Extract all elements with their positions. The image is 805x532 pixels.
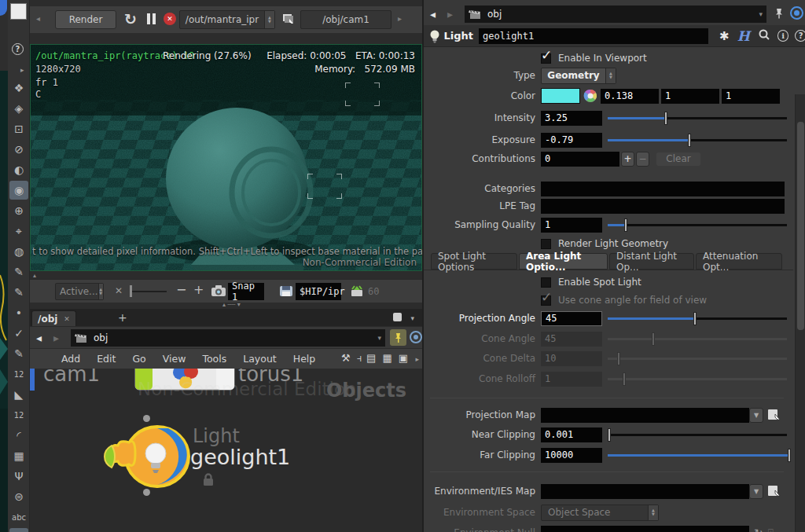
zoom-out-icon[interactable]: − [176, 282, 186, 297]
tab-distant-light-op[interactable]: Distant Light Op... [609, 253, 694, 270]
path-dropdown-icon[interactable]: ▾ [377, 334, 381, 342]
shade-mode-icon[interactable]: ◐ [9, 160, 28, 179]
network-tab-obj[interactable]: /obj ✕ [31, 310, 76, 326]
far-clipping-slider[interactable] [608, 448, 790, 463]
intensity-slider[interactable] [608, 111, 790, 126]
reselect-node-icon[interactable]: ↻ [754, 526, 763, 532]
render-light-geometry-checkbox[interactable] [541, 239, 551, 249]
contributions-clear-button[interactable]: Clear [656, 152, 701, 167]
sampling-quality-field[interactable]: 1 [541, 218, 602, 233]
twelve-a-icon[interactable]: 12 [9, 365, 28, 383]
color-g-field[interactable]: 1 [661, 89, 719, 104]
prev-render-icon[interactable]: ◂ [36, 14, 40, 23]
point-icon[interactable]: • [9, 303, 28, 322]
new-tab-icon[interactable]: + [118, 311, 127, 324]
network-canvas[interactable]: cam1 torus1 Non-Commercial Edition Objec… [30, 369, 422, 532]
list-view-icon[interactable]: ▤ [366, 352, 376, 365]
active-snapshot-select[interactable]: Active...▲▼ [55, 283, 104, 300]
tab-close-icon[interactable]: ✕ [64, 315, 70, 323]
lpe-tag-field[interactable] [541, 199, 785, 214]
render-button[interactable]: Render [55, 10, 116, 29]
snapshot-blend-slider[interactable] [130, 291, 167, 292]
help-icon[interactable]: ? [12, 43, 24, 55]
back-icon[interactable]: ◂ [36, 332, 42, 344]
light-node-input-connector[interactable] [143, 415, 150, 422]
info-icon[interactable]: i [777, 30, 789, 42]
snapshot-frames-field[interactable]: 60 [368, 286, 379, 297]
pause-icon[interactable] [147, 13, 156, 27]
color-swatch-white[interactable] [10, 3, 27, 20]
twelve-b-icon[interactable]: 12 [9, 405, 28, 424]
copy-view-icon[interactable] [281, 12, 296, 28]
menu-add[interactable]: Add [61, 353, 80, 365]
environment-map-dropdown-icon[interactable]: ▼ [749, 484, 763, 499]
stamp-icon[interactable]: ◣ [9, 385, 28, 404]
hide-light-icon[interactable]: ⊘ [9, 140, 28, 159]
target-light-icon[interactable]: ⌖ [9, 222, 28, 240]
tab-area-light-optio[interactable]: Area Light Optio... [519, 253, 608, 270]
file-chooser-icon[interactable] [766, 484, 782, 498]
path-dropdown-icon[interactable]: ▾ [759, 10, 763, 18]
tools-wrench-icon[interactable]: ⚒ [341, 352, 351, 365]
follow-selection-icon[interactable] [410, 331, 422, 343]
tab-attenuation-opt[interactable]: Attenuation Opt... [696, 253, 782, 270]
select-geometry-icon[interactable]: ◈ [9, 99, 28, 118]
tab-spot-light-options[interactable]: Spot Light Options [431, 253, 517, 270]
gear-menu-icon[interactable]: ✱ [719, 29, 730, 43]
categories-field[interactable] [541, 182, 785, 196]
exposure-field[interactable]: -0.79 [541, 133, 602, 148]
forward-icon[interactable]: ▸ [447, 8, 453, 20]
houdini-handle-icon[interactable]: H [737, 28, 750, 44]
contributions-remove-button[interactable]: − [636, 152, 649, 167]
toolbar-expand-icon[interactable]: ▸ [20, 66, 24, 74]
load-snapshot-icon[interactable] [349, 284, 365, 300]
color-wheel-icon[interactable] [583, 88, 598, 104]
contributions-add-button[interactable]: + [621, 152, 634, 167]
node-chooser-icon[interactable]: ⍗ [768, 527, 774, 532]
fan-icon[interactable]: Ψ [9, 467, 28, 486]
lock-icon[interactable]: ⊡ [9, 119, 28, 138]
snapshot-name-field[interactable]: Snap 1 [228, 283, 264, 300]
render-driver-select[interactable]: /out/mantra_ipr ▲▼ [179, 10, 275, 29]
light-node-name-label[interactable]: geolight1 [190, 445, 290, 469]
detail-view-icon[interactable]: ▣ [399, 352, 408, 365]
intensity-field[interactable]: 3.25 [541, 111, 602, 126]
pane-splitter-handle[interactable]: ▴ ┄┄ ▾ [222, 301, 241, 308]
params-scrollbar[interactable] [795, 94, 805, 532]
zoom-in-icon[interactable]: + [193, 282, 204, 297]
stop-render-icon[interactable]: ✕ [164, 13, 176, 25]
snapshot-blend-knob[interactable] [130, 285, 132, 297]
disc-icon[interactable]: ⊜ [9, 487, 28, 506]
pin-point-icon[interactable]: ✎ [9, 344, 28, 363]
search-icon[interactable] [758, 28, 770, 43]
environment-null-field[interactable] [541, 526, 749, 532]
color-swatch-field[interactable] [541, 88, 580, 104]
check-curve-icon[interactable]: ✓ [9, 324, 28, 343]
pen-icon[interactable]: ✎ [9, 283, 28, 302]
image-tool-icon[interactable]: ▧ [9, 528, 28, 532]
cam-node-label[interactable]: cam1 [43, 369, 100, 386]
box-select-icon[interactable]: ▦ [9, 446, 28, 465]
menu-view[interactable]: View [163, 353, 186, 365]
render-camera-select[interactable]: /obj/cam1 [300, 10, 391, 29]
layout-view-icon[interactable]: ❖ [9, 79, 28, 97]
environment-map-field[interactable] [541, 484, 749, 499]
projection-angle-slider[interactable] [608, 311, 790, 326]
help-icon[interactable]: ? [795, 30, 805, 42]
snapshot-camera-icon[interactable] [211, 284, 226, 300]
params-path-field[interactable]: obj ▾ [465, 6, 766, 23]
far-clipping-field[interactable]: 10000 [541, 448, 602, 463]
refresh-icon[interactable]: ↻ [124, 10, 137, 28]
menu-overflow-icon[interactable]: ▸ [415, 355, 419, 363]
sampling-quality-slider[interactable] [608, 218, 790, 233]
clear-snapshot-icon[interactable]: ✕ [115, 285, 123, 296]
pane-maximize-icon[interactable] [393, 313, 402, 321]
menu-edit[interactable]: Edit [97, 353, 116, 365]
curve-icon[interactable]: ◜ [9, 426, 28, 445]
save-snapshot-icon[interactable] [278, 284, 294, 300]
next-render-icon[interactable]: ▸ [398, 14, 402, 23]
color-r-field[interactable]: 0.138 [601, 89, 659, 104]
follow-selection-icon[interactable] [790, 6, 803, 20]
use-cone-angle-checkbox[interactable] [541, 295, 551, 306]
material-ball-icon[interactable]: ◍ [9, 242, 28, 261]
